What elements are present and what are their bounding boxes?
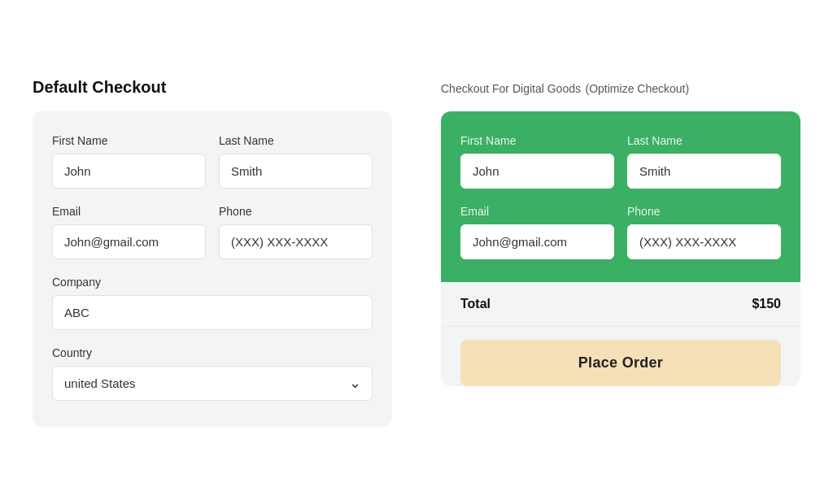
digital-first-name-input[interactable] xyxy=(460,154,614,189)
phone-label: Phone xyxy=(219,205,373,218)
default-checkout-section: Default Checkout First Name Last Name Em… xyxy=(33,78,392,427)
last-name-group: Last Name xyxy=(219,134,373,189)
country-label: Country xyxy=(52,346,373,359)
last-name-input[interactable] xyxy=(219,154,373,189)
company-input[interactable] xyxy=(52,295,373,330)
digital-last-name-group: Last Name xyxy=(627,134,781,189)
total-label: Total xyxy=(460,297,491,311)
country-group: Country united States Canada United King… xyxy=(52,346,373,401)
total-amount: $150 xyxy=(752,297,781,311)
page-wrapper: Default Checkout First Name Last Name Em… xyxy=(33,78,800,427)
digital-phone-label: Phone xyxy=(627,205,781,218)
total-row: Total $150 xyxy=(441,282,800,327)
name-row: First Name Last Name xyxy=(52,134,373,189)
company-label: Company xyxy=(52,276,373,289)
digital-checkout-title: Checkout For Digital Goods (Optimize Che… xyxy=(441,78,800,97)
phone-group: Phone xyxy=(219,205,373,259)
digital-email-phone-row: Email Phone xyxy=(460,205,781,259)
place-order-button[interactable]: Place Order xyxy=(460,340,781,386)
digital-email-input[interactable] xyxy=(460,224,614,259)
digital-first-name-label: First Name xyxy=(460,134,614,147)
last-name-label: Last Name xyxy=(219,134,373,147)
email-input[interactable] xyxy=(52,224,206,259)
country-row: Country united States Canada United King… xyxy=(52,346,373,401)
first-name-group: First Name xyxy=(52,134,206,189)
digital-form-container: First Name Last Name Email Phone xyxy=(441,111,800,386)
first-name-input[interactable] xyxy=(52,154,206,189)
digital-form-header: First Name Last Name Email Phone xyxy=(441,111,800,282)
digital-checkout-section: Checkout For Digital Goods (Optimize Che… xyxy=(441,78,800,406)
digital-phone-group: Phone xyxy=(627,205,781,259)
email-phone-row: Email Phone xyxy=(52,205,373,259)
company-group: Company xyxy=(52,276,373,330)
email-group: Email xyxy=(52,205,206,259)
country-select-wrapper: united States Canada United Kingdom ⌄ xyxy=(52,366,373,401)
digital-email-label: Email xyxy=(460,205,614,218)
digital-last-name-label: Last Name xyxy=(627,134,781,147)
country-select[interactable]: united States Canada United Kingdom xyxy=(52,366,373,401)
digital-form-footer: Total $150 Place Order xyxy=(441,282,800,386)
default-checkout-title: Default Checkout xyxy=(33,78,392,97)
digital-name-row: First Name Last Name xyxy=(460,134,781,189)
digital-first-name-group: First Name xyxy=(460,134,614,189)
default-form: First Name Last Name Email Phone xyxy=(33,111,392,427)
email-label: Email xyxy=(52,205,206,218)
digital-last-name-input[interactable] xyxy=(627,154,781,189)
first-name-label: First Name xyxy=(52,134,206,147)
digital-email-group: Email xyxy=(460,205,614,259)
digital-phone-input[interactable] xyxy=(627,224,781,259)
phone-input[interactable] xyxy=(219,224,373,259)
company-row: Company xyxy=(52,276,373,330)
